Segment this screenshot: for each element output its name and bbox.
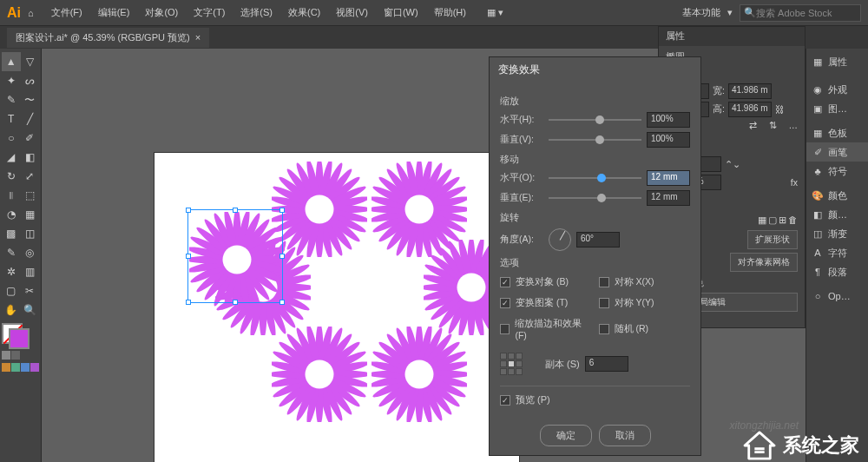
panel-graphic-styles[interactable]: ▣图… — [806, 99, 868, 118]
magic-wand-tool[interactable]: ✦ — [2, 71, 21, 90]
graph-tool[interactable]: ▥ — [21, 262, 40, 281]
panel-symbols[interactable]: ♣符号 — [806, 162, 868, 181]
menu-object[interactable]: 对象(O) — [138, 3, 185, 23]
menu-window[interactable]: 窗口(W) — [377, 3, 425, 23]
slice-tool[interactable]: ✂ — [21, 281, 40, 300]
panel-color[interactable]: 🎨颜色 — [806, 186, 868, 205]
menu-help[interactable]: 帮助(H) — [427, 3, 473, 23]
workspace-label[interactable]: 基本功能 — [682, 6, 720, 19]
menu-file[interactable]: 文件(F) — [44, 3, 89, 23]
pen-tool[interactable]: ✎ — [2, 90, 21, 109]
align-pixel-button[interactable]: 对齐像素网格 — [730, 253, 798, 272]
cb-random[interactable] — [599, 324, 609, 334]
flower[interactable] — [372, 327, 467, 422]
ellipse-tool[interactable]: ○ — [2, 129, 21, 148]
resize-handle[interactable] — [233, 300, 238, 305]
eraser-tool[interactable]: ◧ — [21, 148, 40, 167]
width-input[interactable]: 41.986 m — [728, 83, 772, 99]
anchor-point-grid[interactable] — [500, 353, 523, 375]
draw-behind[interactable] — [11, 351, 20, 360]
draw-inside[interactable] — [21, 351, 30, 360]
resize-handle[interactable] — [279, 208, 285, 213]
scale-v-input[interactable]: 100% — [647, 132, 690, 148]
flip-v-icon[interactable]: ⇅ — [769, 120, 777, 130]
angle-input[interactable]: 60° — [576, 232, 620, 248]
panel-character[interactable]: A字符 — [806, 243, 868, 262]
link-icon[interactable]: ⛓ — [775, 104, 785, 115]
copies-input[interactable]: 6 — [585, 356, 628, 372]
menu-view[interactable]: 视图(V) — [329, 3, 375, 23]
resize-handle[interactable] — [186, 254, 191, 259]
align-icon-1[interactable]: ▦ — [758, 214, 766, 225]
cancel-button[interactable]: 取消 — [599, 425, 651, 446]
curvature-tool[interactable]: 〜 — [21, 90, 40, 109]
cm1[interactable] — [2, 363, 10, 372]
stroke-stepper-icon[interactable]: ⌃⌄ — [725, 159, 740, 169]
menu-select[interactable]: 选择(S) — [233, 3, 279, 23]
search-input[interactable]: 🔍 搜索 Adobe Stock — [740, 4, 861, 22]
shape-builder-tool[interactable]: ◔ — [2, 205, 21, 224]
expand-shape-button[interactable]: 扩展形状 — [747, 230, 798, 249]
home-icon[interactable]: ⌂ — [28, 8, 34, 18]
resize-handle[interactable] — [186, 300, 191, 305]
move-h-slider[interactable] — [549, 177, 641, 179]
cm4[interactable] — [30, 363, 39, 372]
gradient-tool[interactable]: ◫ — [21, 224, 40, 243]
panel-gradient[interactable]: ◫渐变 — [806, 224, 868, 243]
scale-tool[interactable]: ⤢ — [21, 167, 40, 186]
move-v-slider[interactable] — [549, 197, 641, 199]
move-h-input[interactable]: 12 mm — [647, 170, 690, 186]
panel-paragraph[interactable]: ¶段落 — [806, 262, 868, 281]
workspace-chevron-icon[interactable]: ▾ — [727, 7, 733, 18]
resize-handle[interactable] — [233, 208, 238, 213]
document-tab[interactable]: 图案设计.ai* @ 45.39% (RGB/GPU 预览) × — [7, 28, 209, 48]
free-transform-tool[interactable]: ⬚ — [21, 186, 40, 205]
align-icon-2[interactable]: ▢ — [768, 214, 777, 225]
scale-v-slider[interactable] — [549, 139, 641, 141]
fill-stroke-swatch[interactable] — [2, 323, 36, 349]
flip-h-icon[interactable]: ⇄ — [749, 120, 757, 130]
properties-tab[interactable]: 属性 — [659, 27, 805, 46]
cb-reflect-y[interactable] — [599, 298, 609, 308]
panel-swatches[interactable]: ▦色板 — [806, 123, 868, 142]
panel-op[interactable]: ○Op… — [806, 287, 868, 306]
flower[interactable] — [272, 162, 367, 257]
width-tool[interactable]: ⫴ — [2, 186, 21, 205]
move-v-input[interactable]: 12 mm — [647, 190, 690, 206]
flower[interactable] — [372, 162, 467, 257]
more-icon[interactable]: … — [789, 120, 799, 130]
cb-preview[interactable]: ✓ — [500, 395, 510, 406]
panel-color-guide[interactable]: ◧颜… — [806, 205, 868, 224]
perspective-tool[interactable]: ▦ — [21, 205, 40, 224]
symbol-tool[interactable]: ✲ — [2, 262, 21, 281]
mesh-tool[interactable]: ▩ — [2, 224, 21, 243]
blend-tool[interactable]: ◎ — [21, 243, 40, 262]
stroke-color[interactable] — [9, 328, 30, 349]
ok-button[interactable]: 确定 — [540, 425, 592, 446]
cb-transform-patterns[interactable]: ✓ — [500, 298, 510, 308]
line-tool[interactable]: ╱ — [21, 109, 40, 129]
cb-reflect-x[interactable] — [599, 277, 609, 287]
angle-dial[interactable] — [549, 228, 571, 251]
paintbrush-tool[interactable]: ✐ — [21, 129, 40, 148]
panel-brushes[interactable]: ✐画笔 — [806, 142, 868, 162]
arrange-icon[interactable]: ▦ ▾ — [480, 3, 510, 22]
cb-transform-objects[interactable]: ✓ — [500, 277, 510, 287]
eyedropper-tool[interactable]: ✎ — [2, 243, 21, 262]
scale-h-input[interactable]: 100% — [647, 112, 690, 128]
draw-normal[interactable] — [2, 351, 10, 360]
shaper-tool[interactable]: ◢ — [2, 148, 21, 167]
trash-icon[interactable]: 🗑 — [788, 214, 798, 225]
menu-edit[interactable]: 编辑(E) — [91, 3, 137, 23]
artboard-tool[interactable]: ▢ — [2, 281, 21, 300]
rotate-tool[interactable]: ↻ — [2, 167, 21, 186]
hand-tool[interactable]: ✋ — [2, 300, 21, 320]
panel-appearance[interactable]: ◉外观 — [806, 80, 868, 99]
resize-handle[interactable] — [186, 208, 191, 213]
type-tool[interactable]: T — [2, 109, 21, 129]
flower[interactable] — [272, 327, 367, 422]
cm2[interactable] — [11, 363, 20, 372]
scale-h-slider[interactable] — [549, 119, 641, 121]
lasso-tool[interactable]: ᔕ — [21, 71, 40, 90]
resize-handle[interactable] — [279, 300, 285, 305]
